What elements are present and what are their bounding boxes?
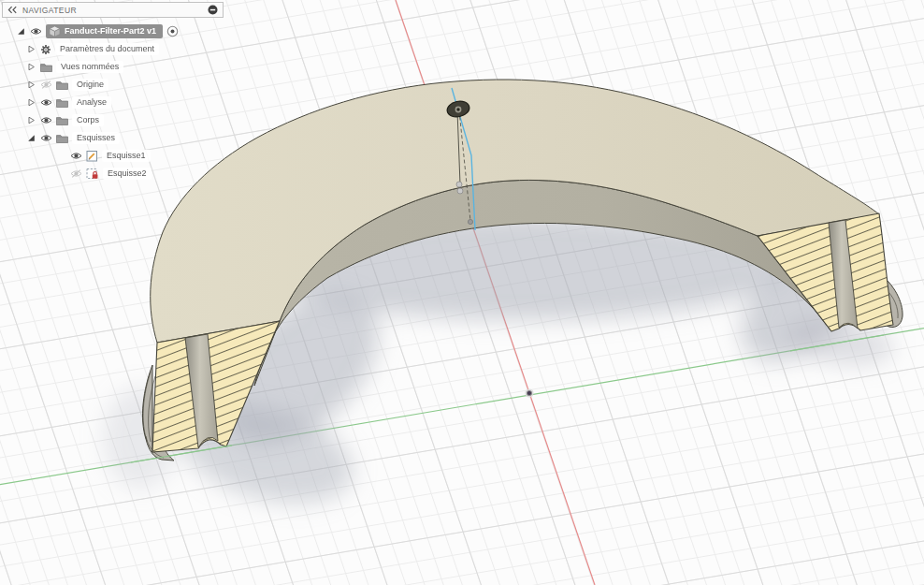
sketch-icon: [86, 150, 98, 162]
visibility-off-icon[interactable]: [40, 80, 52, 89]
collapse-panel-icon[interactable]: [7, 6, 17, 14]
visibility-off-icon[interactable]: [70, 169, 82, 178]
folder-icon: [56, 134, 68, 143]
visibility-on-icon[interactable]: [30, 27, 42, 36]
origin-point[interactable]: [525, 388, 533, 397]
sketch-point-2[interactable]: [457, 188, 463, 194]
tree-item-esquisse2[interactable]: Esquisse2: [2, 165, 224, 183]
gear-icon: [40, 44, 51, 55]
navigator-panel: NAVIGATEUR Fanduct-Filter-Part2 v1Paramè…: [2, 2, 224, 183]
expander-collapsed-icon[interactable]: [27, 98, 36, 107]
tree-item-vues-nomm-es[interactable]: Vues nommées: [2, 58, 224, 76]
tree-item-label: Origine: [72, 79, 108, 91]
activate-radio-icon[interactable]: [166, 25, 179, 37]
tree-item-label: Analyse: [72, 96, 111, 109]
tree-item-label: Esquisses: [72, 132, 120, 144]
tree-item-corps[interactable]: Corps: [2, 111, 224, 129]
tree-item-label: Paramètres du document: [55, 43, 159, 55]
expander-collapsed-icon[interactable]: [27, 80, 36, 89]
folder-icon: [40, 63, 52, 72]
visibility-on-icon[interactable]: [70, 152, 82, 160]
panel-title: NAVIGATEUR: [22, 6, 202, 15]
folder-icon: [56, 116, 68, 125]
sketch-locked-icon: [86, 168, 99, 180]
navigator-header[interactable]: NAVIGATEUR: [2, 2, 224, 18]
tree-item-origine[interactable]: Origine: [2, 76, 224, 94]
tree-item-label: Esquisse2: [103, 168, 152, 180]
tree-item-label: Vues nommées: [56, 61, 123, 73]
hole-center-dot: [456, 108, 459, 110]
expander-collapsed-icon[interactable]: [27, 63, 36, 71]
cube-icon: [49, 25, 61, 37]
tree-item-label: Esquisse1: [102, 150, 151, 162]
tree-item-label: Fanduct-Filter-Part2 v1: [65, 26, 156, 37]
fusion-viewport-window: NAVIGATEUR Fanduct-Filter-Part2 v1Paramè…: [0, 0, 924, 585]
expander-expanded-icon[interactable]: [17, 27, 25, 36]
minimize-panel-icon[interactable]: [208, 5, 218, 15]
tree-item-esquisses[interactable]: Esquisses: [2, 129, 224, 147]
expander-expanded-icon[interactable]: [27, 134, 36, 142]
folder-icon: [56, 80, 68, 90]
visibility-on-icon[interactable]: [40, 116, 52, 124]
expander-collapsed-icon[interactable]: [27, 45, 36, 53]
visibility-on-icon[interactable]: [40, 134, 52, 142]
sketch-point-1[interactable]: [456, 182, 462, 187]
sketch-point-3[interactable]: [468, 219, 472, 224]
tree-item-fanduct-filter-part2-v1[interactable]: Fanduct-Filter-Part2 v1: [2, 22, 224, 40]
tree-item-esquisse1[interactable]: Esquisse1: [2, 147, 224, 165]
tree-item-param-tres-du-document[interactable]: Paramètres du document: [2, 40, 224, 58]
navigator-tree: Fanduct-Filter-Part2 v1Paramètres du doc…: [2, 22, 224, 183]
tree-item-label: Corps: [72, 114, 104, 126]
folder-icon: [56, 98, 68, 108]
selected-item-highlight[interactable]: Fanduct-Filter-Part2 v1: [46, 24, 163, 38]
visibility-on-icon[interactable]: [40, 98, 52, 107]
expander-collapsed-icon[interactable]: [27, 116, 36, 124]
tree-item-analyse[interactable]: Analyse: [2, 94, 224, 111]
